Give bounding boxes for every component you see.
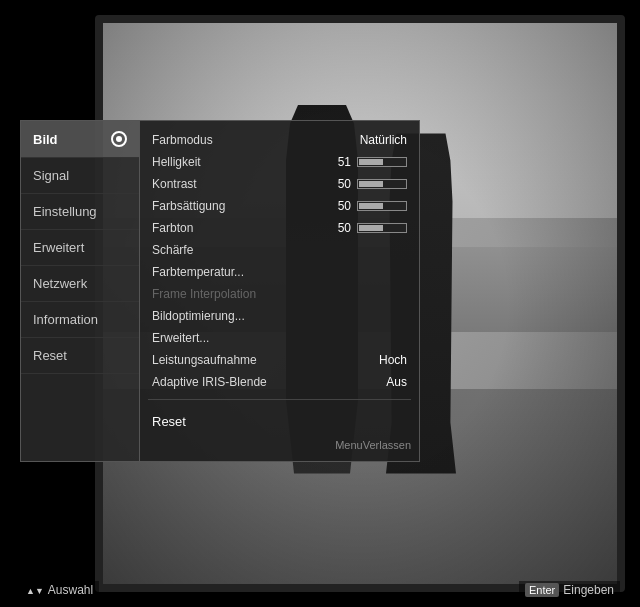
helligkeit-bar	[357, 157, 407, 167]
enter-key: Enter	[525, 583, 559, 597]
menu-item-farbsaettigung[interactable]: Farbsättigung 50	[140, 195, 419, 217]
enter-hint: Enter Eingeben	[519, 581, 620, 599]
menu-label: Verlassen	[363, 439, 411, 451]
kontrast-label: Kontrast	[152, 177, 313, 191]
menu-divider	[148, 399, 411, 400]
sidebar-item-signal-label: Signal	[33, 168, 69, 183]
menu-item-bildoptimierung[interactable]: Bildoptimierung...	[140, 305, 419, 327]
sidebar-item-netzwerk-label: Netzwerk	[33, 276, 87, 291]
helligkeit-fill	[359, 159, 383, 165]
farbsaettigung-fill	[359, 203, 383, 209]
schaerfe-label: Schärfe	[152, 243, 407, 257]
kontrast-track	[357, 179, 407, 189]
bottom-bar: Auswahl Enter Eingeben	[0, 581, 640, 599]
farbmodus-label: Farbmodus	[152, 133, 352, 147]
adaptive-iris-label: Adaptive IRIS-Blende	[152, 375, 369, 389]
menu-item-leistungsaufnahme[interactable]: Leistungsaufnahme Hoch	[140, 349, 419, 371]
arrow-ud-icon	[26, 583, 44, 597]
sidebar-item-erweitert-label: Erweitert	[33, 240, 84, 255]
osd-menu: Bild Signal Einstellung Erweitert Netzwe…	[20, 120, 420, 462]
sidebar-item-erweitert[interactable]: Erweitert	[21, 230, 139, 266]
erweitert2-label: Erweitert...	[152, 331, 407, 345]
menu-item-erweitert2[interactable]: Erweitert...	[140, 327, 419, 349]
helligkeit-track	[357, 157, 407, 167]
enter-label: Eingeben	[563, 583, 614, 597]
menu-reset-item[interactable]: Reset	[140, 406, 419, 437]
menu-item-farbmodus[interactable]: Farbmodus Natürlich	[140, 129, 419, 151]
farbsaettigung-bar	[357, 201, 407, 211]
kontrast-fill	[359, 181, 383, 187]
helligkeit-label: Helligkeit	[152, 155, 313, 169]
menu-item-kontrast[interactable]: Kontrast 50	[140, 173, 419, 195]
kontrast-value: 50	[321, 177, 351, 191]
farbton-track	[357, 223, 407, 233]
content-panel: Farbmodus Natürlich Helligkeit 51 Kontra…	[140, 120, 420, 462]
adaptive-iris-value: Aus	[377, 375, 407, 389]
menu-item-adaptive-iris[interactable]: Adaptive IRIS-Blende Aus	[140, 371, 419, 393]
select-hint: Auswahl	[20, 581, 99, 599]
sidebar-item-reset-label: Reset	[33, 348, 67, 363]
farbton-label: Farbton	[152, 221, 313, 235]
farbton-value: 50	[321, 221, 351, 235]
leistungsaufnahme-value: Hoch	[377, 353, 407, 367]
sidebar-item-einstellung-label: Einstellung	[33, 204, 97, 219]
frame-interpolation-label: Frame Interpolation	[152, 287, 407, 301]
farbsaettigung-track	[357, 201, 407, 211]
sidebar-item-bild-label: Bild	[33, 132, 58, 147]
bildoptimierung-label: Bildoptimierung...	[152, 309, 407, 323]
sidebar-item-einstellung[interactable]: Einstellung	[21, 194, 139, 230]
farbsaettigung-label: Farbsättigung	[152, 199, 313, 213]
kontrast-bar	[357, 179, 407, 189]
farbsaettigung-value: 50	[321, 199, 351, 213]
menu-bottom-hint: MenuVerlassen	[140, 437, 419, 453]
sidebar-item-reset[interactable]: Reset	[21, 338, 139, 374]
farbmodus-value: Natürlich	[360, 133, 407, 147]
farbton-fill	[359, 225, 383, 231]
farbton-bar	[357, 223, 407, 233]
sidebar-item-signal[interactable]: Signal	[21, 158, 139, 194]
farbtemperatur-label: Farbtemperatur...	[152, 265, 407, 279]
select-label: Auswahl	[48, 583, 93, 597]
menu-key: Menu	[335, 439, 363, 451]
sidebar-item-information[interactable]: Information	[21, 302, 139, 338]
sidebar-item-bild[interactable]: Bild	[21, 121, 139, 158]
menu-item-schaerfe[interactable]: Schärfe	[140, 239, 419, 261]
menu-item-frame-interpolation: Frame Interpolation	[140, 283, 419, 305]
sidebar-item-netzwerk[interactable]: Netzwerk	[21, 266, 139, 302]
leistungsaufnahme-label: Leistungsaufnahme	[152, 353, 369, 367]
helligkeit-value: 51	[321, 155, 351, 169]
menu-item-farbton[interactable]: Farbton 50	[140, 217, 419, 239]
active-indicator	[111, 131, 127, 147]
menu-item-farbtemperatur[interactable]: Farbtemperatur...	[140, 261, 419, 283]
sidebar-menu: Bild Signal Einstellung Erweitert Netzwe…	[20, 120, 140, 462]
menu-item-helligkeit[interactable]: Helligkeit 51	[140, 151, 419, 173]
sidebar-item-information-label: Information	[33, 312, 98, 327]
reset-label: Reset	[152, 414, 186, 429]
